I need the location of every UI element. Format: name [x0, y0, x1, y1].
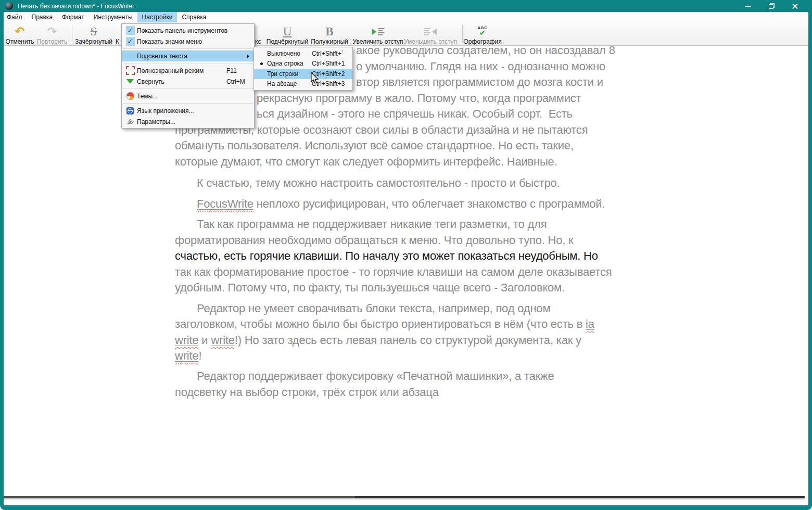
- toolbar-separator: [462, 25, 463, 43]
- radio-selected-icon: [260, 62, 263, 65]
- menu-item-app-language[interactable]: Язык приложения...: [122, 105, 254, 116]
- fullscreen-icon: [126, 66, 135, 75]
- document-line-3: втор является программистом до мозга кос…: [356, 75, 603, 88]
- document-line-14: так как форматирование простое - то горя…: [175, 265, 612, 278]
- menu-item-themes[interactable]: Темы...: [122, 91, 254, 101]
- menu-separator: [123, 88, 253, 89]
- toolbar-button-indent-less[interactable]: Уменьшить отступ: [404, 22, 457, 47]
- window-title: Печать без печати.mdown* - FocusWriter: [18, 3, 134, 10]
- misspelled-word: ia: [586, 317, 594, 330]
- document-line-9: К счастью, тему можно настроить самостоя…: [197, 176, 560, 189]
- document-line-17: заголовком, чтобы можно было бы быстро о…: [175, 317, 594, 330]
- submenu-arrow-icon: [247, 54, 249, 58]
- indent-increase-icon: [372, 28, 384, 35]
- horizontal-scrollbar[interactable]: [2, 496, 805, 498]
- document-line-7: обмануть пользователя. Используют всё са…: [175, 139, 574, 152]
- document-line-20: Редактор поддерживает фокусировку «Печат…: [197, 369, 554, 382]
- menu-item-shortcut: F11: [226, 67, 237, 74]
- menu-item-fullscreen[interactable]: Полноэкранный режимF11: [122, 65, 254, 76]
- submenu-item-paragraph[interactable]: На абзацеCtrl+Shift+3: [254, 79, 352, 90]
- menubar-item-Инструменты[interactable]: Инструменты: [89, 12, 137, 22]
- toolbar-label: Орфография: [463, 39, 501, 45]
- checkbox-checked-icon: ✓: [126, 37, 135, 46]
- document-line-13: счастью, есть горячие клавиши. По началу…: [175, 249, 598, 262]
- highlight-submenu: ВыключеноCtrl+Shift+`Одна строкаCtrl+Shi…: [253, 47, 353, 91]
- document-line-21: подсветку на выбор строки, трёх строк ил…: [175, 386, 439, 399]
- document-line-4: рекрасную программу в жало. Потому что, …: [257, 92, 581, 105]
- restore-icon: [769, 3, 775, 9]
- language-icon: [126, 107, 134, 114]
- undo-icon: ↶: [15, 26, 24, 37]
- submenu-item-shortcut: Ctrl+Shift+`: [312, 50, 344, 57]
- submenu-item-label: Три строки: [267, 70, 312, 78]
- menubar-item-Настройки[interactable]: Настройки: [137, 12, 177, 22]
- menu-item-preferences[interactable]: Параметры...: [122, 116, 254, 127]
- menu-item-show-menu-icons[interactable]: ✓Показать значки меню: [122, 36, 254, 47]
- menubar-item-Правка[interactable]: Правка: [27, 12, 58, 22]
- menu-item-shortcut: Ctrl+M: [226, 78, 245, 85]
- focuswriter-window: акое руководило создателем, но он насозд…: [0, 0, 812, 510]
- menu-item-label: Параметры...: [137, 118, 226, 125]
- document-line-10: FocusWrite неплохо русифицирован, что об…: [197, 197, 605, 210]
- toolbar-button-spelling[interactable]: ABC✔Орфография: [463, 22, 501, 47]
- mouse-cursor: [310, 72, 319, 86]
- toolbar-button-indent-more[interactable]: Увеличить отступ: [352, 22, 403, 47]
- toolbar-label: Уменьшить отступ: [404, 39, 457, 45]
- toolbar-button-strikethrough[interactable]: SЗачёркнутый: [75, 22, 112, 47]
- menubar-item-Формат[interactable]: Формат: [57, 12, 89, 22]
- toolbar-label: Повторить: [37, 39, 68, 45]
- submenu-item-label: Выключено: [267, 50, 312, 57]
- document-line-11: Так как программа не поддерживает никаки…: [197, 218, 547, 231]
- minimize-icon: [126, 79, 134, 84]
- document-line-12: форматирования необходимо обращаться к м…: [175, 234, 573, 247]
- menu-item-minimize[interactable]: СвернутьCtrl+M: [122, 76, 254, 87]
- menu-separator: [123, 48, 253, 49]
- menu-separator: [123, 63, 253, 63]
- submenu-item-shortcut: Ctrl+Shift+1: [312, 60, 345, 67]
- checkbox-checked-icon: ✓: [126, 26, 135, 35]
- toolbar-button-occluded-right[interactable]: кс: [255, 22, 261, 47]
- underline-icon: U: [283, 26, 292, 37]
- menubar-item-Файл[interactable]: Файл: [2, 12, 27, 22]
- document-line-15: удобным. Потому что, по факту, ты пользу…: [175, 281, 565, 294]
- restore-button[interactable]: [760, 0, 783, 12]
- toolbar-button-redo[interactable]: ↷Повторить: [37, 22, 68, 47]
- spellcheck-icon: ABC✔: [478, 26, 488, 37]
- close-icon: [792, 3, 798, 9]
- menubar-item-Справка[interactable]: Справка: [177, 12, 211, 22]
- submenu-item-three-lines[interactable]: Три строкиCtrl+Shift+2: [254, 69, 352, 79]
- redo-icon: ↷: [47, 26, 57, 37]
- toolbar-separator: [72, 25, 72, 43]
- title-bar[interactable]: Печать без печати.mdown* - FocusWriter: [0, 0, 812, 12]
- toolbar-label: Подчёркнутый: [267, 39, 308, 45]
- submenu-item-off[interactable]: ВыключеноCtrl+Shift+`: [254, 48, 352, 59]
- close-button[interactable]: [783, 0, 807, 12]
- toolbar-button-bold[interactable]: BПолужирный: [311, 22, 348, 47]
- menu-bar: ФайлПравкаФорматИнструментыНастройкиСпра…: [0, 12, 812, 22]
- document-line-2: о умолчанию. Глядя на них - однозначно м…: [356, 60, 605, 73]
- document-line-16: Редактор не умеет сворачивать блоки текс…: [197, 302, 550, 315]
- app-icon: [5, 2, 13, 10]
- toolbar-label: Увеличить отступ: [352, 39, 403, 45]
- toolbar-label: Полужирный: [311, 39, 348, 45]
- menu-item-label: Показать значки меню: [137, 38, 226, 45]
- document-line-19: write!: [175, 349, 201, 362]
- submenu-item-label: Одна строка: [267, 60, 312, 67]
- menu-item-label: Подсветка текста: [137, 53, 226, 60]
- menu-item-show-toolbar[interactable]: ✓Показать панель инструментов: [122, 25, 254, 36]
- menu-item-text-highlight[interactable]: Подсветка текста: [122, 50, 254, 61]
- indent-decrease-icon: [424, 28, 437, 35]
- document-line-18: write и write!) Но зато здесь есть левая…: [175, 334, 581, 347]
- minimize-button[interactable]: [737, 0, 760, 12]
- toolbar-button-occluded-left[interactable]: К: [116, 22, 119, 47]
- toolbar-button-underline[interactable]: UПодчёркнутый: [267, 22, 308, 47]
- menu-item-label: Полноэкранный режим: [137, 67, 226, 74]
- toolbar-button-undo[interactable]: ↶Отменить: [6, 22, 34, 47]
- menu-item-label: Язык приложения...: [137, 107, 226, 114]
- misspelled-word: write: [211, 334, 234, 347]
- menu-item-label: Темы...: [137, 93, 226, 100]
- settings-menu: ✓Показать панель инструментов✓Показать з…: [121, 23, 255, 129]
- document-line-5: ься дизайном - этого не спрячешь никак. …: [257, 107, 573, 120]
- minimize-icon: [745, 6, 751, 7]
- submenu-item-one-line[interactable]: Одна строкаCtrl+Shift+1: [254, 59, 352, 69]
